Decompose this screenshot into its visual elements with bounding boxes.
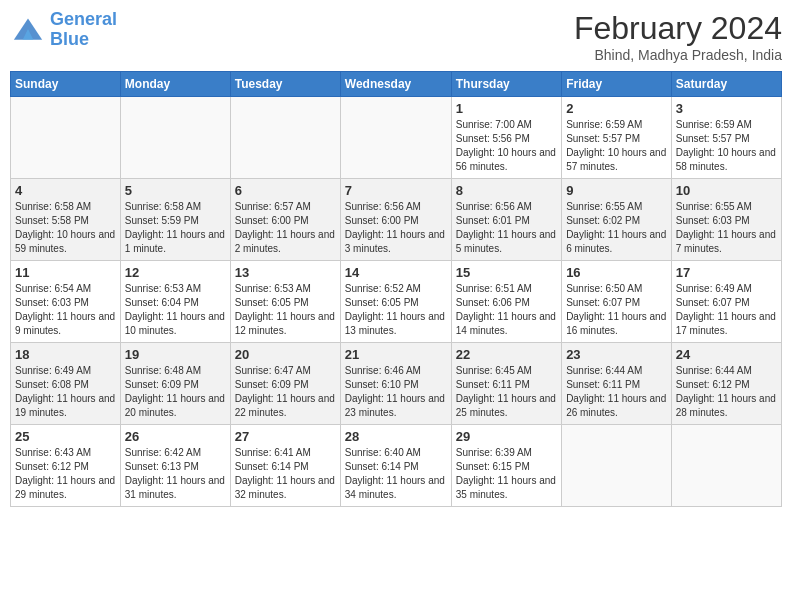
day-info: Sunrise: 6:48 AM Sunset: 6:09 PM Dayligh…	[125, 364, 226, 420]
calendar-day-cell: 12Sunrise: 6:53 AM Sunset: 6:04 PM Dayli…	[120, 261, 230, 343]
calendar-day-cell: 24Sunrise: 6:44 AM Sunset: 6:12 PM Dayli…	[671, 343, 781, 425]
calendar-day-cell: 4Sunrise: 6:58 AM Sunset: 5:58 PM Daylig…	[11, 179, 121, 261]
day-info: Sunrise: 6:55 AM Sunset: 6:02 PM Dayligh…	[566, 200, 667, 256]
col-tuesday: Tuesday	[230, 72, 340, 97]
day-number: 6	[235, 183, 336, 198]
calendar-day-cell: 27Sunrise: 6:41 AM Sunset: 6:14 PM Dayli…	[230, 425, 340, 507]
calendar-day-cell: 21Sunrise: 6:46 AM Sunset: 6:10 PM Dayli…	[340, 343, 451, 425]
col-sunday: Sunday	[11, 72, 121, 97]
day-info: Sunrise: 6:59 AM Sunset: 5:57 PM Dayligh…	[566, 118, 667, 174]
calendar-day-cell: 22Sunrise: 6:45 AM Sunset: 6:11 PM Dayli…	[451, 343, 561, 425]
day-number: 25	[15, 429, 116, 444]
day-info: Sunrise: 6:51 AM Sunset: 6:06 PM Dayligh…	[456, 282, 557, 338]
calendar-week-row: 25Sunrise: 6:43 AM Sunset: 6:12 PM Dayli…	[11, 425, 782, 507]
calendar-day-cell: 15Sunrise: 6:51 AM Sunset: 6:06 PM Dayli…	[451, 261, 561, 343]
calendar-day-cell	[120, 97, 230, 179]
day-info: Sunrise: 6:39 AM Sunset: 6:15 PM Dayligh…	[456, 446, 557, 502]
day-info: Sunrise: 6:55 AM Sunset: 6:03 PM Dayligh…	[676, 200, 777, 256]
day-info: Sunrise: 6:41 AM Sunset: 6:14 PM Dayligh…	[235, 446, 336, 502]
day-info: Sunrise: 6:47 AM Sunset: 6:09 PM Dayligh…	[235, 364, 336, 420]
calendar-day-cell: 25Sunrise: 6:43 AM Sunset: 6:12 PM Dayli…	[11, 425, 121, 507]
calendar-day-cell: 28Sunrise: 6:40 AM Sunset: 6:14 PM Dayli…	[340, 425, 451, 507]
day-number: 14	[345, 265, 447, 280]
title-area: February 2024 Bhind, Madhya Pradesh, Ind…	[574, 10, 782, 63]
day-number: 8	[456, 183, 557, 198]
day-info: Sunrise: 6:49 AM Sunset: 6:07 PM Dayligh…	[676, 282, 777, 338]
calendar-week-row: 1Sunrise: 7:00 AM Sunset: 5:56 PM Daylig…	[11, 97, 782, 179]
day-number: 26	[125, 429, 226, 444]
day-info: Sunrise: 6:56 AM Sunset: 6:00 PM Dayligh…	[345, 200, 447, 256]
calendar-day-cell: 16Sunrise: 6:50 AM Sunset: 6:07 PM Dayli…	[562, 261, 672, 343]
day-info: Sunrise: 6:56 AM Sunset: 6:01 PM Dayligh…	[456, 200, 557, 256]
calendar-day-cell	[340, 97, 451, 179]
header: General Blue February 2024 Bhind, Madhya…	[10, 10, 782, 63]
day-number: 2	[566, 101, 667, 116]
calendar-day-cell: 3Sunrise: 6:59 AM Sunset: 5:57 PM Daylig…	[671, 97, 781, 179]
day-number: 21	[345, 347, 447, 362]
day-number: 12	[125, 265, 226, 280]
day-number: 7	[345, 183, 447, 198]
day-info: Sunrise: 6:50 AM Sunset: 6:07 PM Dayligh…	[566, 282, 667, 338]
day-number: 13	[235, 265, 336, 280]
calendar-day-cell: 20Sunrise: 6:47 AM Sunset: 6:09 PM Dayli…	[230, 343, 340, 425]
day-number: 10	[676, 183, 777, 198]
day-number: 18	[15, 347, 116, 362]
day-info: Sunrise: 6:40 AM Sunset: 6:14 PM Dayligh…	[345, 446, 447, 502]
day-number: 1	[456, 101, 557, 116]
day-number: 24	[676, 347, 777, 362]
calendar-day-cell: 5Sunrise: 6:58 AM Sunset: 5:59 PM Daylig…	[120, 179, 230, 261]
logo-text: General Blue	[50, 10, 117, 50]
day-number: 28	[345, 429, 447, 444]
day-number: 9	[566, 183, 667, 198]
col-thursday: Thursday	[451, 72, 561, 97]
calendar-subtitle: Bhind, Madhya Pradesh, India	[574, 47, 782, 63]
calendar-day-cell: 18Sunrise: 6:49 AM Sunset: 6:08 PM Dayli…	[11, 343, 121, 425]
calendar-day-cell: 19Sunrise: 6:48 AM Sunset: 6:09 PM Dayli…	[120, 343, 230, 425]
calendar-day-cell	[671, 425, 781, 507]
calendar-day-cell: 8Sunrise: 6:56 AM Sunset: 6:01 PM Daylig…	[451, 179, 561, 261]
day-number: 29	[456, 429, 557, 444]
day-number: 4	[15, 183, 116, 198]
day-info: Sunrise: 6:59 AM Sunset: 5:57 PM Dayligh…	[676, 118, 777, 174]
day-info: Sunrise: 6:46 AM Sunset: 6:10 PM Dayligh…	[345, 364, 447, 420]
calendar-day-cell: 23Sunrise: 6:44 AM Sunset: 6:11 PM Dayli…	[562, 343, 672, 425]
calendar-day-cell: 1Sunrise: 7:00 AM Sunset: 5:56 PM Daylig…	[451, 97, 561, 179]
day-info: Sunrise: 6:54 AM Sunset: 6:03 PM Dayligh…	[15, 282, 116, 338]
logo-icon	[10, 15, 46, 45]
calendar-header-row: Sunday Monday Tuesday Wednesday Thursday…	[11, 72, 782, 97]
day-number: 16	[566, 265, 667, 280]
day-info: Sunrise: 6:57 AM Sunset: 6:00 PM Dayligh…	[235, 200, 336, 256]
col-friday: Friday	[562, 72, 672, 97]
calendar-week-row: 11Sunrise: 6:54 AM Sunset: 6:03 PM Dayli…	[11, 261, 782, 343]
calendar-table: Sunday Monday Tuesday Wednesday Thursday…	[10, 71, 782, 507]
calendar-day-cell: 9Sunrise: 6:55 AM Sunset: 6:02 PM Daylig…	[562, 179, 672, 261]
day-number: 11	[15, 265, 116, 280]
calendar-day-cell: 6Sunrise: 6:57 AM Sunset: 6:00 PM Daylig…	[230, 179, 340, 261]
day-number: 17	[676, 265, 777, 280]
day-info: Sunrise: 6:53 AM Sunset: 6:05 PM Dayligh…	[235, 282, 336, 338]
day-number: 15	[456, 265, 557, 280]
day-number: 20	[235, 347, 336, 362]
col-saturday: Saturday	[671, 72, 781, 97]
day-info: Sunrise: 6:58 AM Sunset: 5:59 PM Dayligh…	[125, 200, 226, 256]
calendar-day-cell: 13Sunrise: 6:53 AM Sunset: 6:05 PM Dayli…	[230, 261, 340, 343]
day-info: Sunrise: 6:58 AM Sunset: 5:58 PM Dayligh…	[15, 200, 116, 256]
logo-line2: Blue	[50, 29, 89, 49]
day-info: Sunrise: 6:42 AM Sunset: 6:13 PM Dayligh…	[125, 446, 226, 502]
calendar-day-cell: 7Sunrise: 6:56 AM Sunset: 6:00 PM Daylig…	[340, 179, 451, 261]
calendar-day-cell	[230, 97, 340, 179]
calendar-week-row: 4Sunrise: 6:58 AM Sunset: 5:58 PM Daylig…	[11, 179, 782, 261]
calendar-day-cell: 14Sunrise: 6:52 AM Sunset: 6:05 PM Dayli…	[340, 261, 451, 343]
day-info: Sunrise: 7:00 AM Sunset: 5:56 PM Dayligh…	[456, 118, 557, 174]
day-info: Sunrise: 6:44 AM Sunset: 6:11 PM Dayligh…	[566, 364, 667, 420]
day-info: Sunrise: 6:45 AM Sunset: 6:11 PM Dayligh…	[456, 364, 557, 420]
calendar-day-cell	[562, 425, 672, 507]
calendar-day-cell	[11, 97, 121, 179]
calendar-day-cell: 17Sunrise: 6:49 AM Sunset: 6:07 PM Dayli…	[671, 261, 781, 343]
day-number: 5	[125, 183, 226, 198]
calendar-day-cell: 29Sunrise: 6:39 AM Sunset: 6:15 PM Dayli…	[451, 425, 561, 507]
calendar-week-row: 18Sunrise: 6:49 AM Sunset: 6:08 PM Dayli…	[11, 343, 782, 425]
calendar-day-cell: 11Sunrise: 6:54 AM Sunset: 6:03 PM Dayli…	[11, 261, 121, 343]
day-number: 23	[566, 347, 667, 362]
calendar-day-cell: 2Sunrise: 6:59 AM Sunset: 5:57 PM Daylig…	[562, 97, 672, 179]
